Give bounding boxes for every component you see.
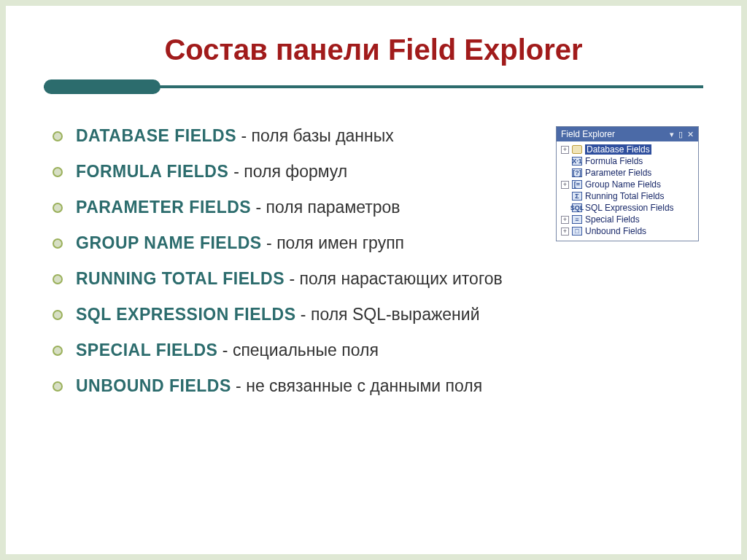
expander-icon[interactable]: + (561, 146, 569, 154)
description: - не связанные с данными поля (231, 376, 482, 395)
description: - специальные поля (217, 341, 378, 359)
tree-label: SQL Expression Fields (585, 203, 674, 213)
tree-node-sql-expression-fields[interactable]: SQL SQL Expression Fields (560, 202, 698, 214)
field-explorer-panel: Field Explorer ▾ ▯ ✕ + Database Fields X… (556, 126, 699, 241)
panel-titlebar[interactable]: Field Explorer ▾ ▯ ✕ (557, 127, 698, 141)
slide: Состав панели Field Explorer DATABASE FI… (6, 6, 741, 554)
bullet-icon (53, 381, 63, 392)
list-item: RUNNING TOTAL FIELDS - поля нарастающих … (53, 269, 703, 289)
term: DATABASE FIELDS (76, 126, 236, 145)
group-icon: [= (572, 180, 582, 189)
expander-icon (561, 192, 569, 201)
tree-label: Group Name Fields (585, 179, 661, 190)
description: - поля параметров (251, 198, 400, 217)
tree-node-formula-fields[interactable]: X·1 Formula Fields (560, 155, 698, 167)
pin-icon[interactable]: ▯ (678, 130, 683, 139)
list-item: SQL EXPRESSION FIELDS - поля SQL-выражен… (53, 305, 703, 324)
bullet-icon (53, 167, 63, 177)
bullet-icon (53, 310, 63, 320)
term: SPECIAL FIELDS (76, 341, 217, 359)
tree-node-running-total-fields[interactable]: Σ Running Total Fields (560, 190, 698, 202)
expander-icon (561, 169, 569, 177)
slide-title: Состав панели Field Explorer (44, 34, 703, 66)
term: PARAMETER FIELDS (76, 198, 251, 217)
tree-label: Running Total Fields (585, 191, 665, 201)
term: UNBOUND FIELDS (76, 376, 231, 395)
description: - поля формул (233, 162, 347, 181)
tree-label: Database Fields (585, 144, 651, 155)
expander-icon[interactable]: + (561, 228, 569, 236)
tree-label: Parameter Fields (585, 168, 651, 178)
field-tree: + Database Fields X·1 Formula Fields [?]… (557, 141, 698, 241)
term: SQL EXPRESSION FIELDS (76, 305, 295, 324)
formula-icon: X·1 (572, 157, 582, 166)
description: - поля SQL-выражений (295, 305, 479, 324)
expander-icon (561, 204, 569, 212)
panel-title-label: Field Explorer (561, 129, 665, 139)
content-area: DATABASE FIELDS - поля базы данных FORMU… (44, 126, 703, 396)
term: FORMULA FIELDS (76, 162, 233, 181)
bullet-icon (53, 274, 63, 284)
tree-label: Unbound Fields (585, 226, 646, 236)
description: - поля имен групп (262, 233, 404, 252)
bullet-icon (53, 131, 63, 141)
close-icon[interactable]: ✕ (687, 130, 694, 139)
title-divider (44, 79, 703, 94)
tree-label: Formula Fields (585, 156, 643, 166)
list-item: UNBOUND FIELDS - не связанные с данными … (53, 376, 703, 396)
tree-node-group-name-fields[interactable]: + [= Group Name Fields (560, 179, 698, 190)
tree-node-parameter-fields[interactable]: [?] Parameter Fields (560, 167, 698, 179)
bullet-icon (53, 203, 63, 213)
tree-node-database-fields[interactable]: + Database Fields (560, 144, 698, 155)
unbound-icon: □ (572, 227, 582, 236)
divider-pill (44, 79, 160, 94)
expander-icon (561, 158, 569, 166)
tree-node-unbound-fields[interactable]: + □ Unbound Fields (560, 225, 698, 237)
bullet-icon (53, 238, 63, 249)
bullet-icon (53, 346, 63, 356)
tree-node-special-fields[interactable]: + ≡ Special Fields (560, 214, 698, 225)
database-icon (572, 145, 582, 154)
term: RUNNING TOTAL FIELDS (76, 269, 285, 288)
parameter-icon: [?] (572, 168, 582, 177)
description: - поля нарастающих итогов (285, 269, 503, 288)
list-item: SPECIAL FIELDS - специальные поля (53, 341, 703, 360)
tree-label: Special Fields (585, 214, 640, 225)
special-icon: ≡ (572, 215, 582, 224)
term: GROUP NAME FIELDS (76, 233, 262, 252)
running-total-icon: Σ (572, 192, 582, 201)
expander-icon[interactable]: + (561, 181, 569, 189)
description: - поля базы данных (236, 126, 394, 145)
expander-icon[interactable]: + (561, 216, 569, 224)
dropdown-icon[interactable]: ▾ (670, 130, 674, 139)
sql-icon: SQL (572, 203, 582, 212)
